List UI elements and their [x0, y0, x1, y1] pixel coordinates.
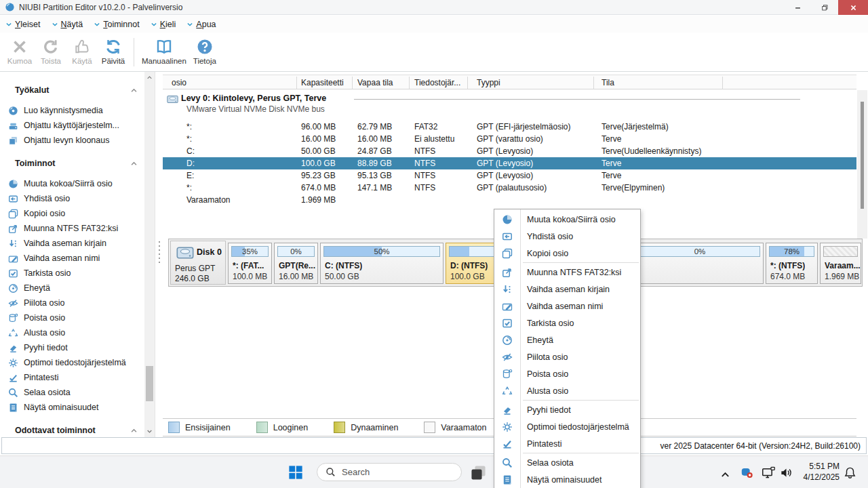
tietoja-button[interactable]: Tietoja: [189, 35, 220, 70]
menu-chevron-down-icon: [186, 21, 193, 28]
table-row-e[interactable]: E:95.23 GB95.13 GBNTFSGPT (Levyosio)Terv…: [163, 169, 856, 182]
column-header-kapasiteetti[interactable]: Kapasiteetti: [301, 78, 344, 87]
context-menu-item-yhdist-osio[interactable]: Yhdistä osio: [494, 228, 640, 245]
sidebar-item-eheyt[interactable]: Eheytä: [0, 281, 144, 296]
sidebar-section-ty-kalut[interactable]: Työkalut: [0, 83, 144, 98]
start-button[interactable]: [288, 465, 303, 480]
usage-percent: 0%: [278, 247, 314, 256]
taskbar-search[interactable]: [317, 463, 462, 481]
sidebar-item-ohjattu-k-ytt-j-rjestelm[interactable]: Ohjattu käyttöjärjestelm...: [0, 118, 144, 133]
partition-block-gpt-re[interactable]: 0%GPT(Re...16.00 MB: [274, 243, 318, 284]
sidebar-section-odottavat-toiminnot[interactable]: Odottavat toiminnot: [0, 423, 144, 437]
legend-label: Looginen: [273, 423, 308, 432]
sidebar-item-vaihda-aseman-kirjain[interactable]: Vaihda aseman kirjain: [0, 236, 144, 251]
cell: NTFS: [414, 146, 435, 156]
sidebar-item-poista-osio[interactable]: Poista osio: [0, 310, 144, 325]
table-row-varaamaton[interactable]: Varaamaton1.969 MB: [163, 194, 856, 206]
context-menu-item-vaihda-aseman-kirjain[interactable]: Vaihda aseman kirjain: [494, 281, 640, 298]
taskbar-clock[interactable]: 5:51 PM 4/12/2025: [800, 461, 840, 483]
sidebar-item-muunna-ntfs-fat32-ksi[interactable]: Muunna NTFS FAT32:ksi: [0, 221, 144, 236]
sidebar-item-piilota-osio[interactable]: Piilota osio: [0, 296, 144, 310]
list-header[interactable]: osioKapasiteettiVapaa tilaTiedostojär...…: [163, 75, 856, 89]
sidebar-item-luo-k-ynnistysmedia[interactable]: Luo käynnistysmedia: [0, 103, 144, 118]
minimize-button[interactable]: [784, 0, 811, 15]
tray-network-icon[interactable]: [762, 466, 776, 479]
disk-map-info[interactable]: Disk 0 Perus GPT 246.0 GB: [170, 241, 226, 285]
partition-block-ntfs[interactable]: 78%*: (NTFS)674.0 MB: [766, 243, 818, 284]
context-menu-item-pyyhi-tiedot[interactable]: Pyyhi tiedot: [494, 401, 640, 418]
sidebar-item-alusta-osio[interactable]: Alusta osio: [0, 325, 144, 340]
tray-notifications-icon[interactable]: [844, 466, 856, 479]
menu-kieli[interactable]: Kieli: [151, 20, 176, 29]
sidebar-item-ohjattu-levyn-kloonaus[interactable]: Ohjattu levyn kloonaus: [0, 133, 144, 148]
list-scrollbar-thumb[interactable]: [861, 102, 864, 209]
table-row-[interactable]: *:16.00 MB16.00 MBEi alustettuGPT (varat…: [163, 133, 856, 145]
context-menu-item-kopioi-osio[interactable]: Kopioi osio: [494, 245, 640, 262]
scroll-up-icon[interactable]: [146, 75, 153, 81]
context-menu-item-alusta-osio[interactable]: Alusta osio: [494, 382, 640, 399]
column-header-vapaa-tila[interactable]: Vapaa tila: [357, 78, 393, 87]
partition-block-c-ntfs[interactable]: 50%C: (NTFS)50.00 GB: [320, 243, 443, 284]
disk-group-row[interactable]: Levy 0: Kiintolevy, Perus GPT, Terve VMw…: [163, 92, 856, 118]
context-menu-item-vaihda-aseman-nimi[interactable]: Vaihda aseman nimi: [494, 298, 640, 314]
table-row-d[interactable]: D:100.0 GB88.89 GBNTFSGPT (Levyosio)Terv…: [163, 157, 856, 169]
context-menu-item-muunna-ntfs-fat32-ksi[interactable]: Muunna NTFS FAT32:ksi: [494, 264, 640, 281]
context-menu-item-optimoi-tiedostoj-rjestelm[interactable]: Optimoi tiedostojärjestelmä: [494, 418, 640, 435]
restore-button[interactable]: [811, 0, 838, 15]
search-input[interactable]: [342, 467, 443, 477]
tray-chevron-up-icon[interactable]: [720, 468, 730, 481]
bootmedia-icon: [8, 106, 18, 116]
column-header-tila[interactable]: Tila: [601, 78, 614, 87]
scroll-down-icon[interactable]: [146, 428, 153, 434]
partition-block-p4[interactable]: 0%: [636, 243, 764, 284]
context-menu-label: Vaihda aseman nimi: [527, 302, 603, 311]
context-menu-item-poista-osio[interactable]: Poista osio: [494, 365, 640, 382]
sidebar-item-yhdist-osio[interactable]: Yhdistä osio: [0, 191, 144, 206]
column-header-osio[interactable]: osio: [172, 78, 186, 87]
context-menu-item-tarkista-osio[interactable]: Tarkista osio: [494, 314, 640, 331]
sidebar-item-vaihda-aseman-nimi[interactable]: Vaihda aseman nimi: [0, 251, 144, 266]
menu-toiminnot[interactable]: Toiminnot: [94, 20, 140, 29]
cell: Terve(Uudelleenkäynnistys): [601, 146, 701, 156]
sidebar-item-label: Piilota osio: [24, 298, 64, 308]
sidebar-item-optimoi-tiedostoj-rjestelm[interactable]: Optimoi tiedostojärjestelmä: [0, 355, 144, 370]
sidebar-item-kopioi-osio[interactable]: Kopioi osio: [0, 206, 144, 221]
column-header-tiedostoj-r[interactable]: Tiedostojär...: [414, 78, 460, 87]
menu-yleiset[interactable]: Yleiset: [5, 20, 41, 29]
sidebar-scrollbar-thumb[interactable]: [146, 366, 153, 401]
sidebar-item-tarkista-osio[interactable]: Tarkista osio: [0, 266, 144, 281]
manuaalinen-button[interactable]: Manuaalinen: [139, 35, 189, 70]
context-menu-item-piilota-osio[interactable]: Piilota osio: [494, 348, 640, 365]
convert-icon: [502, 267, 513, 278]
context-menu-item-n-yt-ominaisuudet[interactable]: Näytä ominaisuudet: [494, 471, 640, 488]
list-scrollbar[interactable]: [857, 72, 867, 239]
close-button[interactable]: [838, 0, 868, 15]
menu-n-yt[interactable]: Näytä: [52, 20, 83, 29]
partition-size: 16.00 MB: [279, 272, 313, 281]
sidebar-splitter[interactable]: [155, 72, 163, 437]
sidebar-item-pyyhi-tiedot[interactable]: Pyyhi tiedot: [0, 340, 144, 355]
sidebar-item-muuta-kokoa-siirr-osio[interactable]: Muuta kokoa/Siirrä osio: [0, 176, 144, 191]
partition-block-varaam[interactable]: Varaam...1.969 MB: [820, 243, 861, 284]
app-icon: [5, 2, 15, 12]
context-menu-item-muuta-kokoa-siirr-osio[interactable]: Muuta kokoa/Siirrä osio: [494, 211, 640, 228]
sidebar-item-selaa-osiota[interactable]: Selaa osiota: [0, 385, 144, 400]
sidebar-scrollbar[interactable]: [144, 72, 155, 437]
partition-block-fat[interactable]: 35%*: (FAT...100.0 MB: [228, 243, 272, 284]
context-menu-item-pintatesti[interactable]: Pintatesti: [494, 435, 640, 452]
tray-volume-icon[interactable]: [780, 466, 793, 479]
context-menu-item-selaa-osiota[interactable]: Selaa osiota: [494, 454, 640, 471]
table-row-[interactable]: *:674.0 MB147.1 MBNTFSGPT (palautusosio)…: [163, 182, 856, 194]
sidebar-item-n-yt-ominaisuudet[interactable]: Näytä ominaisuudet: [0, 400, 144, 415]
p-ivit-button[interactable]: Päivitä: [98, 35, 129, 70]
column-header-tyyppi[interactable]: Tyyppi: [477, 78, 500, 87]
table-row-[interactable]: *:96.00 MB62.79 MBFAT32GPT (EFI-järjeste…: [163, 121, 856, 133]
cell: GPT (palautusosio): [477, 183, 547, 192]
sidebar-section-toiminnot[interactable]: Toiminnot: [0, 156, 144, 171]
menu-apua[interactable]: Apua: [186, 20, 216, 29]
context-menu-item-eheyt[interactable]: Eheytä: [494, 331, 640, 348]
sidebar-item-pintatesti[interactable]: Pintatesti: [0, 370, 144, 385]
tray-niubi-icon[interactable]: [741, 466, 753, 479]
table-row-c[interactable]: C:50.00 GB24.87 GBNTFSGPT (Levyosio)Terv…: [163, 145, 856, 157]
taskbar-app-icon[interactable]: [471, 465, 486, 481]
